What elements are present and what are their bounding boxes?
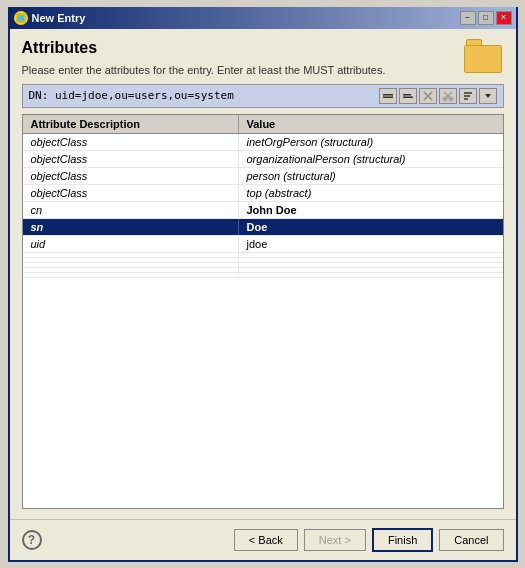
attr-cell: objectClass — [23, 185, 239, 201]
attr-cell: objectClass — [23, 151, 239, 167]
folder-icon — [464, 39, 504, 73]
header-area: Attributes Please enter the attributes f… — [22, 39, 504, 78]
next-button[interactable]: Next > — [304, 529, 366, 551]
attr-cell: uid — [23, 236, 239, 252]
dn-tool-1[interactable] — [379, 88, 397, 104]
table-row[interactable]: objectClassperson (structural) — [23, 168, 503, 185]
attr-cell — [23, 273, 239, 277]
attr-cell — [23, 263, 239, 267]
value-cell — [239, 273, 503, 277]
dn-tool-cut[interactable] — [439, 88, 457, 104]
new-entry-window: New Entry − □ ✕ Attributes Please enter … — [8, 7, 518, 562]
section-title: Attributes — [22, 39, 386, 57]
table-row[interactable]: objectClassorganizationalPerson (structu… — [23, 151, 503, 168]
attr-cell: cn — [23, 202, 239, 218]
close-button[interactable]: ✕ — [496, 11, 512, 25]
maximize-button[interactable]: □ — [478, 11, 494, 25]
header-text: Attributes Please enter the attributes f… — [22, 39, 386, 78]
value-cell: John Doe — [239, 202, 503, 218]
svg-marker-15 — [485, 94, 491, 98]
dn-toolbar — [379, 88, 497, 104]
dn-tool-sort[interactable] — [459, 88, 477, 104]
attributes-table: Attribute Description Value objectClassi… — [22, 114, 504, 509]
table-body: objectClassinetOrgPerson (structural)obj… — [23, 134, 503, 508]
dn-tool-delete[interactable] — [419, 88, 437, 104]
window-controls: − □ ✕ — [460, 11, 512, 25]
dn-tool-dropdown[interactable] — [479, 88, 497, 104]
dialog-footer: ? < Back Next > Finish Cancel — [10, 519, 516, 560]
value-cell — [239, 268, 503, 272]
table-header: Attribute Description Value — [23, 115, 503, 134]
dn-bar: DN: uid=jdoe,ou=users,ou=system — [22, 84, 504, 108]
attr-cell — [23, 258, 239, 262]
minimize-button[interactable]: − — [460, 11, 476, 25]
attr-cell — [23, 268, 239, 272]
help-button[interactable]: ? — [22, 530, 42, 550]
description-text: Please enter the attributes for the entr… — [22, 63, 386, 78]
table-row[interactable]: uidjdoe — [23, 236, 503, 253]
svg-rect-5 — [403, 96, 413, 98]
table-row[interactable]: objectClassinetOrgPerson (structural) — [23, 134, 503, 151]
dialog-content: Attributes Please enter the attributes f… — [10, 29, 516, 519]
svg-rect-3 — [383, 96, 393, 98]
svg-rect-2 — [383, 94, 393, 96]
window-title: New Entry — [32, 12, 456, 24]
dn-label: DN: uid=jdoe,ou=users,ou=system — [29, 89, 234, 102]
value-cell — [239, 253, 503, 257]
dn-tool-2[interactable] — [399, 88, 417, 104]
col-attr-header: Attribute Description — [23, 115, 239, 133]
title-bar: New Entry − □ ✕ — [10, 7, 516, 29]
cancel-button[interactable]: Cancel — [439, 529, 503, 551]
value-cell: person (structural) — [239, 168, 503, 184]
value-cell — [239, 263, 503, 267]
table-row[interactable] — [23, 273, 503, 278]
value-cell: Doe — [239, 219, 503, 235]
attr-cell — [23, 253, 239, 257]
attr-cell: objectClass — [23, 134, 239, 150]
window-icon — [14, 11, 28, 25]
svg-rect-1 — [18, 15, 24, 21]
value-cell: jdoe — [239, 236, 503, 252]
table-row[interactable]: snDoe — [23, 219, 503, 236]
value-cell — [239, 258, 503, 262]
svg-rect-4 — [403, 94, 411, 96]
footer-buttons: < Back Next > Finish Cancel — [234, 528, 504, 552]
table-row[interactable]: objectClasstop (abstract) — [23, 185, 503, 202]
value-cell: top (abstract) — [239, 185, 503, 201]
attr-cell: sn — [23, 219, 239, 235]
finish-button[interactable]: Finish — [372, 528, 433, 552]
table-row[interactable]: cnJohn Doe — [23, 202, 503, 219]
col-value-header: Value — [239, 115, 503, 133]
value-cell: inetOrgPerson (structural) — [239, 134, 503, 150]
attr-cell: objectClass — [23, 168, 239, 184]
back-button[interactable]: < Back — [234, 529, 298, 551]
value-cell: organizationalPerson (structural) — [239, 151, 503, 167]
